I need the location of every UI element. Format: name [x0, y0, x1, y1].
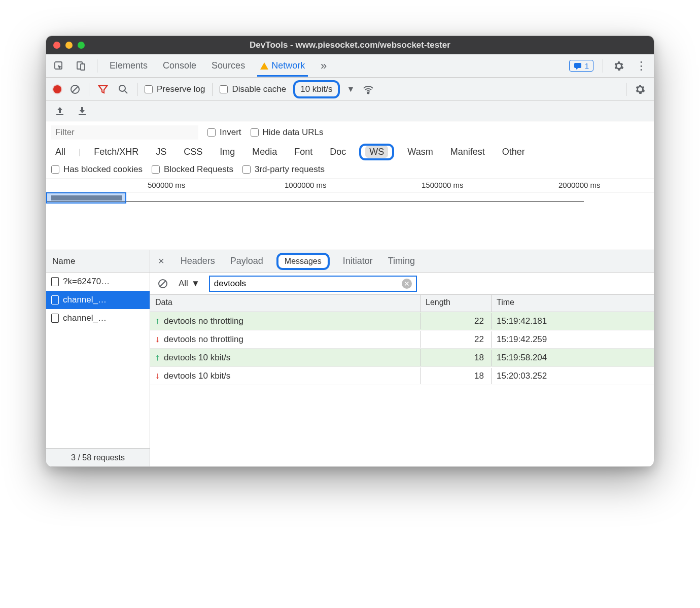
titlebar: DevTools - www.piesocket.com/websocket-t…	[46, 36, 654, 54]
request-row[interactable]: ?k=62470…	[46, 273, 150, 291]
kebab-icon[interactable]: ⋮	[635, 59, 648, 73]
device-toggle-icon[interactable]	[75, 59, 88, 73]
request-list-pane: Name ?k=62470… channel_… channel_… 3 / 5…	[46, 250, 150, 466]
col-header-time[interactable]: Time	[492, 295, 654, 312]
issues-count: 1	[585, 61, 589, 70]
record-button[interactable]	[53, 85, 61, 93]
tab-sources[interactable]: Sources	[208, 60, 248, 71]
throttling-selector[interactable]: 10 kbit/s	[293, 80, 339, 98]
type-filter-wasm[interactable]: Wasm	[403, 145, 437, 159]
message-search-input[interactable]	[214, 279, 402, 289]
detail-pane: × Headers Payload Messages Initiator Tim…	[150, 250, 654, 466]
import-export-bar	[46, 101, 654, 121]
type-filter-js[interactable]: JS	[152, 145, 170, 159]
message-time: 15:20:03.252	[492, 368, 654, 384]
blocked-cookies-checkbox[interactable]: Has blocked cookies	[51, 164, 143, 175]
timeline-tick: 1000000 ms	[285, 181, 327, 189]
more-tabs-icon[interactable]: »	[317, 59, 330, 73]
message-type-selector[interactable]: All ▼	[176, 279, 203, 289]
tab-network-label: Network	[271, 60, 305, 71]
col-header-data[interactable]: Data	[150, 295, 421, 312]
filter-icon[interactable]	[96, 83, 110, 96]
detail-tab-messages-highlight: Messages	[276, 253, 330, 270]
inspect-icon[interactable]	[52, 59, 65, 73]
detail-tab-payload[interactable]: Payload	[228, 252, 265, 271]
tab-elements[interactable]: Elements	[107, 60, 151, 71]
detail-tab-initiator[interactable]: Initiator	[341, 252, 375, 271]
detail-area: Name ?k=62470… channel_… channel_… 3 / 5…	[46, 250, 654, 466]
name-column-header[interactable]: Name	[46, 250, 150, 273]
svg-rect-3	[574, 63, 581, 68]
window-title: DevTools - www.piesocket.com/websocket-t…	[46, 40, 654, 50]
close-detail-icon[interactable]: ×	[155, 255, 167, 267]
message-search-box[interactable]: ✕	[209, 276, 417, 292]
close-window-button[interactable]	[53, 42, 60, 49]
type-filter-font[interactable]: Font	[290, 145, 317, 159]
svg-line-5	[72, 86, 78, 92]
message-time: 15:19:42.259	[492, 331, 654, 348]
panel-tabs: Elements Console Sources Network » 1 ⋮	[46, 54, 654, 78]
minimize-window-button[interactable]	[65, 42, 73, 49]
chevron-down-icon: ▼	[191, 279, 200, 289]
document-icon	[51, 277, 59, 286]
type-filter-css[interactable]: CSS	[180, 145, 206, 159]
message-data: devtools 10 kbit/s	[164, 353, 230, 363]
messages-toolbar: All ▼ ✕	[150, 273, 654, 295]
upload-icon[interactable]	[53, 105, 66, 118]
type-filter-doc[interactable]: Doc	[326, 145, 350, 159]
blocked-requests-checkbox[interactable]: Blocked Requests	[152, 164, 233, 175]
request-count-status: 3 / 58 requests	[46, 448, 150, 466]
disable-cache-checkbox[interactable]: Disable cache	[220, 84, 286, 94]
type-filter-fetch[interactable]: Fetch/XHR	[90, 145, 143, 159]
message-data: devtools 10 kbit/s	[164, 371, 230, 381]
download-icon[interactable]	[76, 105, 89, 118]
message-row[interactable]: ↑devtools no throttling2215:19:42.181	[150, 312, 654, 330]
svg-point-6	[119, 85, 125, 91]
type-filter-manifest[interactable]: Manifest	[446, 145, 489, 159]
hide-data-urls-checkbox[interactable]: Hide data URLs	[251, 127, 324, 138]
arrow-down-icon: ↓	[155, 370, 160, 381]
message-length: 18	[421, 350, 492, 366]
message-row[interactable]: ↓devtools 10 kbit/s1815:20:03.252	[150, 367, 654, 385]
type-filter-all[interactable]: All	[51, 145, 69, 159]
invert-checkbox[interactable]: Invert	[207, 127, 241, 138]
type-filter-img[interactable]: Img	[216, 145, 239, 159]
wifi-icon[interactable]	[362, 83, 375, 96]
type-filter-other[interactable]: Other	[498, 145, 529, 159]
timeline-selection[interactable]	[46, 192, 126, 204]
svg-point-8	[368, 92, 369, 93]
preserve-log-checkbox[interactable]: Preserve log	[145, 84, 205, 94]
tab-network[interactable]: Network	[257, 60, 308, 77]
tab-console[interactable]: Console	[160, 60, 199, 71]
type-filter-media[interactable]: Media	[248, 145, 281, 159]
message-data: devtools no throttling	[164, 334, 243, 345]
detail-tab-headers[interactable]: Headers	[179, 252, 217, 271]
request-row[interactable]: channel_…	[46, 291, 150, 309]
detail-tab-messages[interactable]: Messages	[285, 257, 322, 265]
message-length: 18	[421, 368, 492, 384]
filter-input[interactable]	[51, 125, 198, 140]
message-row[interactable]: ↓devtools no throttling2215:19:42.259	[150, 330, 654, 349]
gear-icon[interactable]	[612, 59, 625, 73]
divider	[97, 59, 97, 73]
timeline-tick: 500000 ms	[148, 181, 185, 189]
chevron-down-icon[interactable]: ▼	[347, 85, 355, 94]
search-icon[interactable]	[117, 83, 130, 96]
type-filter-ws[interactable]: WS	[365, 146, 388, 158]
filter-section: Invert Hide data URLs All | Fetch/XHR JS…	[46, 121, 654, 179]
message-row[interactable]: ↑devtools 10 kbit/s1815:19:58.204	[150, 349, 654, 367]
request-row[interactable]: channel_…	[46, 309, 150, 327]
network-settings-icon[interactable]	[634, 83, 647, 96]
arrow-up-icon: ↑	[155, 316, 160, 326]
clear-messages-icon[interactable]	[156, 277, 169, 290]
col-header-length[interactable]: Length	[421, 295, 492, 312]
timeline-overview[interactable]: 500000 ms 1000000 ms 1500000 ms 2000000 …	[46, 179, 654, 250]
clear-icon[interactable]	[68, 83, 82, 96]
third-party-checkbox[interactable]: 3rd-party requests	[242, 164, 325, 175]
maximize-window-button[interactable]	[78, 42, 85, 49]
detail-tab-timing[interactable]: Timing	[386, 252, 417, 271]
issues-badge[interactable]: 1	[569, 60, 593, 72]
clear-search-icon[interactable]: ✕	[402, 279, 412, 289]
type-filter-ws-highlight: WS	[359, 144, 394, 160]
messages-table-header: Data Length Time	[150, 295, 654, 312]
